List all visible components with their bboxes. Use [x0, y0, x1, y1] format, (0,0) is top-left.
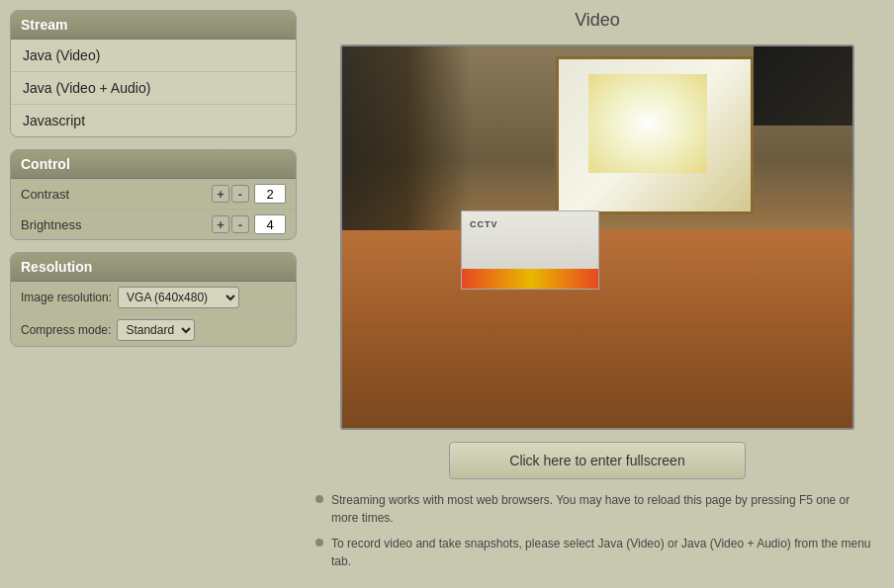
brightness-label: Brightness	[21, 217, 212, 232]
bullet-icon-1	[315, 495, 323, 503]
contrast-decrement-button[interactable]: -	[231, 185, 249, 203]
brightness-value-input[interactable]	[254, 214, 286, 234]
contrast-increment-button[interactable]: +	[212, 185, 229, 203]
brightness-increment-button[interactable]: +	[212, 215, 229, 233]
video-box: CCTV	[461, 210, 599, 290]
image-resolution-row: Image resolution: VGA (640x480) QVGA (32…	[11, 282, 296, 314]
compress-mode-row: Compress mode: Standard High Low	[11, 314, 296, 346]
stream-header: Stream	[11, 11, 296, 40]
bullet-icon-2	[315, 539, 323, 546]
contrast-label: Contrast	[21, 187, 212, 202]
image-resolution-label: Image resolution:	[21, 291, 112, 304]
fullscreen-button[interactable]: Click here to enter fullscreen	[449, 442, 746, 479]
info-text-1: Streaming works with most web browsers. …	[331, 491, 879, 527]
video-scene: CCTV	[342, 46, 852, 428]
contrast-row: Contrast + -	[11, 179, 296, 210]
stream-panel: Stream Java (Video) Java (Video + Audio)…	[10, 10, 297, 137]
left-panel: Stream Java (Video) Java (Video + Audio)…	[10, 10, 297, 578]
info-text-2: To record video and take snapshots, plea…	[331, 535, 879, 570]
video-box-text: CCTV	[470, 219, 498, 229]
resolution-panel: Resolution Image resolution: VGA (640x48…	[10, 252, 297, 347]
contrast-buttons: + -	[212, 185, 249, 203]
brightness-decrement-button[interactable]: -	[231, 215, 249, 233]
image-resolution-select[interactable]: VGA (640x480) QVGA (320x240) HD (1280x72…	[118, 287, 239, 308]
stream-item-javascript[interactable]: Javascript	[11, 105, 296, 136]
resolution-header: Resolution	[11, 253, 296, 282]
compress-mode-label: Compress mode:	[21, 323, 111, 337]
video-box-stripe	[462, 269, 598, 289]
video-container: CCTV	[340, 44, 854, 430]
right-panel: Video CCTV Click here to enter fullscree…	[311, 10, 884, 578]
video-window	[556, 56, 754, 214]
info-item-1: Streaming works with most web browsers. …	[315, 491, 879, 527]
video-window-bright	[588, 74, 707, 173]
stream-item-java-video-audio[interactable]: Java (Video + Audio)	[11, 72, 296, 105]
video-top-right-overlay	[754, 46, 852, 126]
page-title: Video	[311, 10, 884, 31]
control-header: Control	[11, 150, 296, 179]
control-panel: Control Contrast + - Brightness + -	[10, 149, 297, 240]
compress-mode-select[interactable]: Standard High Low	[117, 319, 195, 341]
info-section: Streaming works with most web browsers. …	[311, 491, 884, 578]
stream-item-java-video[interactable]: Java (Video)	[11, 40, 296, 72]
contrast-value-input[interactable]	[254, 184, 286, 204]
info-item-2: To record video and take snapshots, plea…	[315, 535, 879, 570]
brightness-buttons: + -	[212, 215, 249, 233]
brightness-row: Brightness + -	[11, 210, 296, 239]
